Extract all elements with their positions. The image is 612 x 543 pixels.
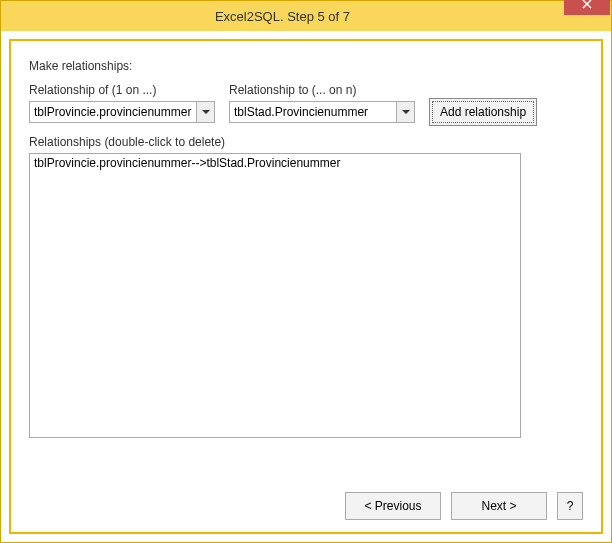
chevron-down-icon xyxy=(402,110,410,114)
wizard-footer: < Previous Next > ? xyxy=(29,476,583,520)
close-icon xyxy=(582,0,592,9)
relationships-listbox[interactable]: tblProvincie.provincienummer-->tblStad.P… xyxy=(29,153,521,438)
relationship-to-label: Relationship to (... on n) xyxy=(229,83,415,97)
wizard-window: Excel2SQL. Step 5 of 7 Make relationship… xyxy=(0,0,612,543)
relationship-to-value: tblStad.Provincienummer xyxy=(230,105,396,119)
chevron-down-icon xyxy=(202,110,210,114)
relationship-of-dropdown-button[interactable] xyxy=(196,102,214,122)
content-frame: Make relationships: Relationship of (1 o… xyxy=(9,39,603,534)
help-button[interactable]: ? xyxy=(557,492,583,520)
relationship-to-field: Relationship to (... on n) tblStad.Provi… xyxy=(229,83,415,123)
add-relationship-button[interactable]: Add relationship xyxy=(429,98,537,126)
next-button[interactable]: Next > xyxy=(451,492,547,520)
relationship-of-value: tblProvincie.provincienummer xyxy=(30,105,196,119)
make-relationships-label: Make relationships: xyxy=(29,59,583,73)
close-button[interactable] xyxy=(564,0,610,15)
relationship-of-combo[interactable]: tblProvincie.provincienummer xyxy=(29,101,215,123)
relationship-to-dropdown-button[interactable] xyxy=(396,102,414,122)
relationship-of-label: Relationship of (1 on ...) xyxy=(29,83,215,97)
previous-button[interactable]: < Previous xyxy=(345,492,441,520)
relationship-to-combo[interactable]: tblStad.Provincienummer xyxy=(229,101,415,123)
relationships-list-label: Relationships (double-click to delete) xyxy=(29,135,583,149)
list-item[interactable]: tblProvincie.provincienummer-->tblStad.P… xyxy=(34,156,516,170)
titlebar: Excel2SQL. Step 5 of 7 xyxy=(1,1,611,31)
relationship-of-field: Relationship of (1 on ...) tblProvincie.… xyxy=(29,83,215,123)
window-title: Excel2SQL. Step 5 of 7 xyxy=(1,9,564,24)
relationship-row: Relationship of (1 on ...) tblProvincie.… xyxy=(29,83,583,123)
